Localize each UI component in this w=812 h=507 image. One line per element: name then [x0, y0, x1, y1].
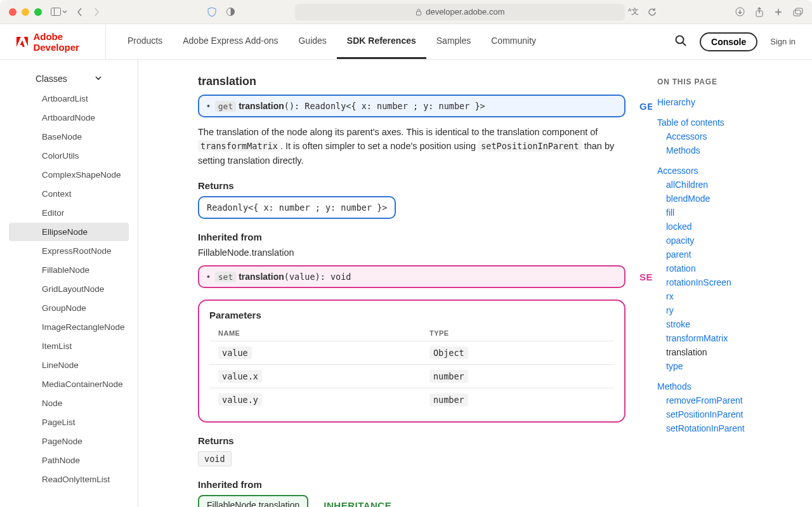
sidebar-item-fillablenode[interactable]: FillableNode	[9, 261, 129, 279]
sidebar-item-linenode[interactable]: LineNode	[9, 356, 129, 374]
toc-link-rx[interactable]: rx	[657, 289, 799, 303]
toc-link-removefromparent[interactable]: removeFromParent	[657, 393, 799, 407]
translate-icon[interactable]: ᴬ文	[628, 6, 639, 17]
sidebar-toggle-icon[interactable]	[51, 8, 67, 16]
sidebar-group-label: Classes	[36, 74, 67, 84]
console-button[interactable]: Console	[700, 32, 757, 51]
toc-link-ry[interactable]: ry	[657, 303, 799, 317]
returns-signature: Readonly<{ x: number ; y: number }>	[198, 196, 396, 219]
toc-link-locked[interactable]: locked	[657, 220, 799, 234]
sidebar-item-pathnode[interactable]: PathNode	[9, 451, 129, 470]
svg-rect-3	[417, 11, 421, 15]
forward-icon[interactable]	[93, 8, 100, 16]
nav-item-products[interactable]: Products	[117, 24, 173, 59]
maximize-window-icon[interactable]	[34, 8, 42, 16]
toc-link-setrotationinparent[interactable]: setRotationInParent	[657, 421, 799, 435]
sidebar-item-ellipsenode[interactable]: EllipseNode	[9, 223, 129, 241]
reload-icon[interactable]	[648, 8, 657, 16]
sidebar-item-pagelist[interactable]: PageList	[9, 413, 129, 431]
sidebar-item-pagenode[interactable]: PageNode	[9, 432, 129, 451]
getter-badge: GETTER	[639, 101, 652, 112]
on-this-page-toc: ON THIS PAGE HierarchyTable of contentsA…	[652, 60, 812, 507]
param-col-type: TYPE	[421, 326, 614, 341]
svg-rect-7	[796, 8, 802, 14]
address-bar[interactable]: developer.adobe.com	[295, 4, 625, 20]
getter-description: The translation of the node along its pa…	[198, 125, 625, 168]
toc-link-rotationinscreen[interactable]: rotationInScreen	[657, 275, 799, 289]
new-tab-icon[interactable]	[774, 7, 783, 17]
download-icon[interactable]	[735, 7, 745, 17]
tabs-icon[interactable]	[793, 7, 803, 17]
toc-link-translation[interactable]: translation	[657, 345, 799, 359]
signin-link[interactable]: Sign in	[770, 37, 796, 46]
close-window-icon[interactable]	[9, 8, 16, 16]
sidebar-item-readonlyitemlist[interactable]: ReadOnlyItemList	[9, 470, 129, 489]
sidebar-item-artboardnode[interactable]: ArtboardNode	[9, 109, 129, 127]
brand-logo[interactable]: Adobe Developer	[16, 31, 105, 53]
toc-link-transformmatrix[interactable]: transformMatrix	[657, 331, 799, 345]
sidebar-item-itemlist[interactable]: ItemList	[9, 337, 129, 355]
primary-nav: ProductsAdobe Express Add-onsGuidesSDK R…	[117, 24, 546, 59]
parameters-box: Parameters NAME TYPE valueObjectvalue.xn…	[198, 300, 625, 423]
back-icon[interactable]	[76, 8, 84, 16]
nav-item-samples[interactable]: Samples	[426, 24, 481, 59]
toc-link-methods[interactable]: Methods	[657, 143, 799, 157]
table-row: valueObject	[209, 341, 614, 365]
setter-badge: SETTER	[639, 272, 652, 282]
share-icon[interactable]	[755, 7, 764, 17]
nav-item-guides[interactable]: Guides	[288, 24, 336, 59]
sidebar-item-artboardlist[interactable]: ArtboardList	[9, 89, 129, 108]
sidebar-item-basenode[interactable]: BaseNode	[9, 128, 129, 146]
toc-link-methods[interactable]: Methods	[657, 379, 799, 393]
sidebar-item-node[interactable]: Node	[9, 394, 129, 412]
chevron-down-icon	[95, 74, 102, 84]
section-title-translation: translation	[198, 75, 625, 88]
returns-heading: Returns	[198, 180, 625, 191]
sidebar-item-gridlayoutnode[interactable]: GridLayoutNode	[9, 280, 129, 298]
toc-link-accessors[interactable]: Accessors	[657, 164, 799, 178]
svg-rect-6	[794, 10, 801, 16]
getter-signature: • get translation(): Readonly<{ x: numbe…	[198, 95, 625, 117]
sidebar-group-classes[interactable]: Classes	[9, 69, 129, 89]
returns-heading-2: Returns	[198, 435, 625, 446]
toc-link-table-of-contents[interactable]: Table of contents	[657, 115, 799, 129]
sidebar-item-colorutils[interactable]: ColorUtils	[9, 147, 129, 165]
sidebar-item-groupnode[interactable]: GroupNode	[9, 299, 129, 317]
sidebar-item-context[interactable]: Context	[9, 185, 129, 203]
toc-link-setpositioninparent[interactable]: setPositionInParent	[657, 407, 799, 421]
sidebar-item-expressrootnode[interactable]: ExpressRootNode	[9, 242, 129, 260]
toc-link-fill[interactable]: fill	[657, 206, 799, 220]
minimize-window-icon[interactable]	[22, 8, 29, 16]
toc-link-stroke[interactable]: stroke	[657, 317, 799, 331]
shield-icon[interactable]	[207, 7, 217, 17]
inheritance-badge: INHERITANCE	[324, 500, 391, 507]
toc-link-hierarchy[interactable]: Hierarchy	[657, 95, 799, 109]
svg-line-9	[683, 43, 686, 46]
nav-item-sdk-references[interactable]: SDK References	[337, 24, 426, 59]
table-row: value.xnumber	[209, 365, 614, 388]
parameters-table: NAME TYPE valueObjectvalue.xnumbervalue.…	[209, 326, 614, 411]
toc-link-blendmode[interactable]: blendMode	[657, 192, 799, 206]
svg-point-8	[676, 36, 684, 44]
brand-text: Adobe Developer	[33, 31, 105, 53]
toc-link-rotation[interactable]: rotation	[657, 261, 799, 275]
toc-link-opacity[interactable]: opacity	[657, 234, 799, 247]
inheritance-chip[interactable]: FillableNode.translation	[198, 495, 308, 507]
sidebar-item-mediacontainernode[interactable]: MediaContainerNode	[9, 375, 129, 393]
sidebar-list: ArtboardListArtboardNodeBaseNodeColorUti…	[9, 89, 129, 489]
inherited-from-text: FillableNode.translation	[198, 247, 625, 258]
toc-link-type[interactable]: type	[657, 359, 799, 373]
sidebar-item-complexshapenode[interactable]: ComplexShapeNode	[9, 166, 129, 184]
toc-link-parent[interactable]: parent	[657, 247, 799, 261]
sidebar-item-editor[interactable]: Editor	[9, 204, 129, 222]
nav-item-adobe-express-add-ons[interactable]: Adobe Express Add-ons	[173, 24, 288, 59]
search-icon[interactable]	[674, 34, 687, 49]
privacy-icon[interactable]	[226, 7, 235, 16]
toc-link-allchildren[interactable]: allChildren	[657, 178, 799, 192]
inherited-heading-2: Inherited from	[198, 479, 625, 490]
site-header: Adobe Developer ProductsAdobe Express Ad…	[0, 24, 812, 60]
toc-link-accessors[interactable]: Accessors	[657, 129, 799, 143]
sidebar-item-imagerectanglenode[interactable]: ImageRectangleNode	[9, 318, 129, 336]
nav-item-community[interactable]: Community	[481, 24, 546, 59]
sidebar: Classes ArtboardListArtboardNodeBaseNode…	[0, 60, 138, 507]
